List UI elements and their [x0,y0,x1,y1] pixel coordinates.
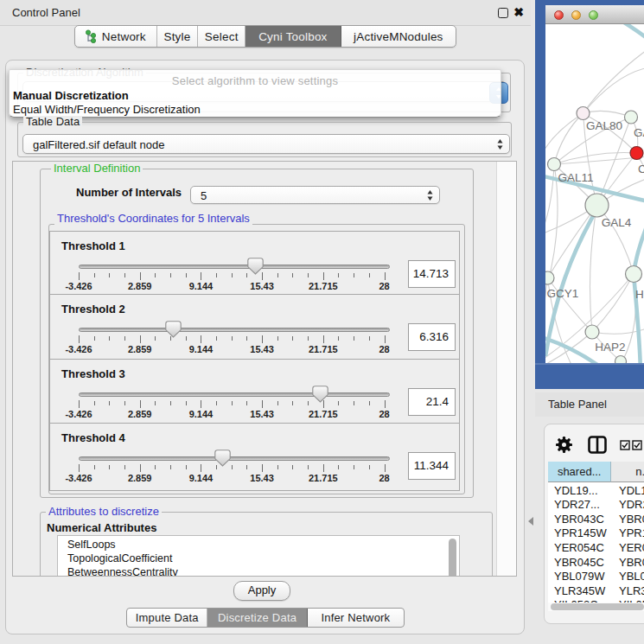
slider-major-tick [140,272,141,280]
threshold-value-field[interactable]: 6.316 [408,323,456,351]
tab-style[interactable]: Style [157,26,199,47]
tab-jactivemnodules[interactable]: jActiveMNodules [341,26,456,47]
network-node-gal80[interactable] [577,107,590,120]
float-window-icon[interactable] [498,8,508,18]
threshold-value-field[interactable]: 14.713 [408,260,456,288]
apply-button[interactable]: Apply [233,581,290,601]
table-cell-shared-name[interactable]: YBR045C [554,556,604,569]
close-icon[interactable]: ✖ [512,3,526,22]
popup-item-equal-width-frequency-discretization[interactable]: Equal Width/Frequency Discretization [13,103,201,116]
network-node-c[interactable] [630,147,643,160]
settings-scrollbar-track[interactable] [496,162,517,576]
network-edge[interactable] [583,50,644,113]
network-edge-thick[interactable] [624,24,644,41]
slider-minor-tick [308,273,309,277]
network-edge[interactable] [554,113,583,164]
tab-network[interactable]: Network [75,26,157,47]
numerical-attributes-label: Numerical Attributes [47,521,156,534]
table-cell-name[interactable]: YPR145W [619,526,644,539]
network-node[interactable] [615,356,627,364]
slider-minor-tick [186,336,187,341]
numerical-attributes-list[interactable]: SelfLoopsTopologicalCoefficientBetweenne… [57,535,460,577]
table-hscrollbar-track[interactable] [548,603,644,611]
tab-cyni-toolbox[interactable]: Cyni Toolbox [245,26,341,47]
network-edge[interactable] [545,278,548,331]
table-cell-name[interactable]: YBR045C [619,556,644,569]
slider-minor-tick [94,401,95,405]
network-node-gal4[interactable] [585,194,609,217]
table-cell-name[interactable]: YLR345W [619,584,644,597]
popup-item-manual-discretization[interactable]: Manual Discretization [13,89,129,102]
table-cell-shared-name[interactable]: YER054C [554,541,604,554]
network-edge[interactable] [592,328,644,334]
checkbox-checked-icon[interactable] [620,440,630,450]
slider-track[interactable] [79,265,390,269]
slider-minor-tick [354,273,354,277]
table-cell-shared-name[interactable]: YBR043C [554,513,604,526]
table-cell-shared-name[interactable]: YDL19... [554,484,598,497]
slider-tick-label: 15.43 [250,344,274,354]
threshold-value-field[interactable]: 21.4 [408,388,456,416]
network-node-gal11[interactable] [548,158,561,171]
network-edge[interactable] [548,278,593,333]
table-cell-name[interactable]: YBL079W [619,570,644,583]
slider-minor-tick [292,336,293,341]
slider-thumb[interactable] [214,450,231,467]
network-edge[interactable] [592,274,634,332]
attribute-item-topologicalcoefficient[interactable]: TopologicalCoefficient [67,552,172,564]
column-header-shared[interactable]: shared... [548,462,611,482]
table-cell-name[interactable]: YBR043C [619,513,644,526]
slider-track[interactable] [79,392,390,397]
slider-minor-tick [354,336,354,341]
network-edge[interactable] [583,67,644,113]
bottom-tab-infer-network[interactable]: Infer Network [308,609,404,627]
slider-major-tick [201,272,201,280]
table-cell-name[interactable]: YDL19 [619,484,644,497]
slider-major-tick [201,335,201,343]
network-node-h[interactable] [626,266,642,283]
tab-select[interactable]: Select [198,26,245,47]
table-cell-shared-name[interactable]: YBL079W [554,570,605,583]
network-node-hap2[interactable] [585,325,599,339]
network-edge[interactable] [545,164,554,226]
slider-tick-label: 15.43 [250,281,274,291]
table-cell-shared-name[interactable]: YLR345W [554,584,605,597]
bottom-tab-discretize-data[interactable]: Discretize Data [207,609,307,627]
checkbox-checked-icon[interactable] [632,440,642,450]
slider-minor-tick [338,465,339,469]
network-canvas[interactable]: GAL80GACGAL11GAL4GCY1HHAP2 [545,24,644,363]
table-cell-name[interactable]: YDR27 [619,498,644,511]
zoom-light-green[interactable] [589,10,598,20]
split-divider-collapse-icon[interactable] [528,517,533,526]
attributes-list-scrollbar-thumb[interactable] [449,539,456,577]
slider-thumb[interactable] [247,258,264,275]
table-cell-shared-name[interactable]: YDR27... [554,498,600,511]
gear-icon[interactable] [555,436,573,454]
slider-major-tick [323,464,324,472]
threshold-value-field[interactable]: 11.344 [408,452,456,480]
network-node-gcy1[interactable] [545,271,554,284]
table-hscrollbar-thumb[interactable] [551,603,644,610]
number-of-intervals-combobox[interactable]: 5 [190,186,440,204]
table-data-combobox[interactable]: galFiltered.sif default node [22,134,510,154]
slider-tick-label: 9.144 [189,344,214,354]
slider-thumb[interactable] [165,321,182,338]
columns-icon[interactable] [588,436,607,454]
table-cell-shared-name[interactable]: YPR145W [554,526,607,539]
table-cell-name[interactable]: YER054C [619,541,644,554]
attribute-item-betweennesscentrality[interactable]: BetweennessCentrality [67,566,178,577]
slider-track[interactable] [79,328,390,332]
threshold-label: Threshold 3 [61,367,125,380]
attribute-item-selfloops[interactable]: SelfLoops [67,539,116,551]
network-edge[interactable] [583,111,632,117]
minimize-light-yellow[interactable] [571,10,581,20]
slider-thumb[interactable] [312,386,328,403]
column-header-n[interactable]: n... [611,462,644,482]
node-table[interactable]: shared...n...YDL19...YDL19YDR27...YDR27Y… [548,462,644,603]
bottom-tab-impute-data[interactable]: Impute Data [127,609,207,627]
network-node-ga[interactable] [625,111,638,124]
slider-track[interactable] [79,456,390,461]
close-light-red[interactable] [554,10,564,20]
network-edge[interactable] [548,206,597,278]
network-edge[interactable] [590,206,596,333]
